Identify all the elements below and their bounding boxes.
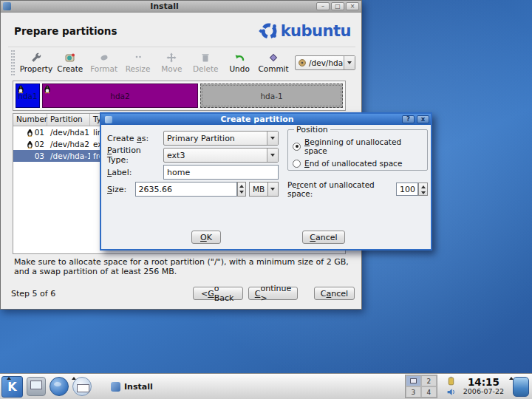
segment-label: hda2 (110, 92, 129, 100)
continue-button[interactable]: Continue > (248, 287, 298, 300)
applet-handle-arrow[interactable] (509, 375, 514, 380)
minimize-button[interactable]: – (316, 2, 330, 10)
wrench-icon (30, 52, 42, 64)
device-combo-arrow[interactable] (344, 56, 355, 69)
create-as-value: Primary Partition (164, 134, 267, 143)
column-header-partition[interactable]: Partition (47, 114, 90, 126)
create-label: Create (57, 64, 83, 73)
chevron-down-icon[interactable] (267, 132, 278, 145)
tux-icon (17, 84, 24, 95)
web-browser-icon[interactable] (50, 377, 69, 396)
battery-icon[interactable] (446, 376, 456, 386)
size-input[interactable]: 2635.66 (135, 182, 238, 197)
window-title: Install (14, 1, 315, 11)
device-combo[interactable]: /dev/hda (295, 55, 355, 70)
taskbar-task-install[interactable]: Install (111, 382, 153, 392)
kubuntu-logo-text: kubuntu (281, 22, 351, 40)
help-button[interactable]: ? (402, 115, 415, 123)
resize-label: Resize (126, 64, 151, 73)
cell-number: 02 (35, 140, 44, 149)
disk-icon (298, 58, 307, 67)
clock-date: 2006-07-22 (463, 388, 504, 395)
cell-number: 03 (35, 151, 44, 160)
percent-value: 100 (400, 185, 415, 194)
tux-icon (27, 140, 33, 149)
radio-beginning-label: Beginning of unallocated space (304, 137, 423, 155)
create-as-label: Create as: (107, 134, 163, 143)
create-partition-dialog: Create partition ? x Create as: Primary … (100, 112, 432, 250)
label-field-label: Label: (107, 168, 163, 177)
delete-button[interactable]: Delete (188, 49, 222, 77)
tux-icon (44, 84, 51, 95)
size-spinner[interactable] (237, 182, 246, 197)
close-button[interactable]: × (346, 2, 359, 10)
format-icon (98, 52, 110, 64)
pager-desktop-4[interactable]: 4 (421, 386, 437, 398)
pager-desktop-3[interactable]: 3 (406, 386, 421, 398)
chevron-down-icon[interactable] (267, 149, 278, 162)
trash-icon (200, 52, 211, 64)
desktop-pager: 2 3 4 (405, 375, 437, 398)
property-button[interactable]: Property (19, 49, 53, 77)
dialog-titlebar[interactable]: Create partition ? x (101, 114, 431, 125)
dialog-icon (105, 116, 112, 123)
radio-beginning[interactable]: Beginning of unallocated space (293, 137, 423, 155)
go-back-button[interactable]: < Go Back (193, 287, 243, 300)
toolbar-drag-handle[interactable] (11, 50, 15, 75)
cancel-button[interactable]: Cancel (314, 287, 355, 300)
radio-end-label: End of unallocated space (304, 159, 402, 168)
dialog-cancel-button[interactable]: Cancel (302, 231, 345, 244)
note-text: Make sure to allocate space for a root p… (14, 258, 352, 277)
clock[interactable]: 14:15 2006-07-22 (463, 377, 504, 395)
format-label: Format (90, 64, 117, 73)
delete-label: Delete (193, 64, 219, 73)
ok-button[interactable]: OK (191, 231, 221, 244)
radio-button-icon[interactable] (293, 143, 301, 151)
kontact-icon[interactable] (72, 377, 92, 396)
partition-bar: hda1 hda2 hda-1 (13, 81, 346, 111)
install-window-titlebar[interactable]: Install – □ × (1, 1, 361, 13)
radio-end[interactable]: End of unallocated space (293, 159, 423, 168)
percent-spinbox[interactable]: 100 (396, 183, 428, 196)
install-app-icon (3, 2, 11, 10)
commit-label: Commit (258, 64, 288, 73)
pager-desktop-2[interactable]: 2 (421, 375, 437, 386)
install-task-icon (111, 382, 120, 392)
maximize-button[interactable]: □ (331, 2, 344, 10)
partition-segment-hda2[interactable]: hda2 (42, 83, 198, 108)
position-groupbox: Position Beginning of unallocated space … (287, 129, 428, 171)
dialog-body: Create as: Primary Partition Partition T… (101, 125, 431, 249)
klipper-icon[interactable] (513, 377, 529, 397)
system-tray (446, 376, 456, 397)
cell-partition: /dev/hda2 (47, 140, 90, 149)
partition-segment-hda1[interactable]: hda1 (16, 83, 40, 108)
dialog-title: Create partition (115, 115, 400, 124)
percent-spinner[interactable] (418, 183, 428, 196)
radio-button-icon[interactable] (293, 160, 301, 168)
percent-label: Percent of unallocated space: (287, 180, 392, 198)
unit-dropdown-arrow[interactable] (268, 182, 279, 197)
pager-desktop-1[interactable] (406, 375, 421, 386)
move-button[interactable]: Move (154, 49, 188, 77)
taskbar: K Install 2 3 4 14:15 2006-07-22 (0, 373, 532, 399)
format-button[interactable]: Format (87, 49, 121, 77)
commit-button[interactable]: Commit (256, 49, 290, 77)
label-input[interactable]: home (163, 165, 279, 180)
applet-handle-arrow[interactable] (7, 375, 11, 380)
system-icon[interactable] (27, 377, 46, 396)
page-title: Prepare partitions (14, 25, 117, 37)
undo-label: Undo (229, 64, 249, 73)
volume-icon[interactable] (446, 387, 456, 397)
cell-partition: /dev/hda1 (47, 128, 90, 137)
undo-button[interactable]: Undo (222, 49, 256, 77)
column-header-number[interactable]: Number (13, 114, 47, 126)
unit-button[interactable]: MB (249, 182, 267, 197)
create-as-select[interactable]: Primary Partition (163, 131, 279, 146)
create-button[interactable]: Create (53, 49, 87, 77)
partition-segment-unallocated[interactable]: hda-1 (200, 83, 343, 108)
task-label: Install (124, 382, 153, 392)
k-menu-button[interactable]: K (1, 376, 23, 398)
resize-button[interactable]: Resize (121, 49, 155, 77)
partition-type-select[interactable]: ext3 (163, 148, 279, 163)
close-icon[interactable]: x (417, 115, 429, 123)
